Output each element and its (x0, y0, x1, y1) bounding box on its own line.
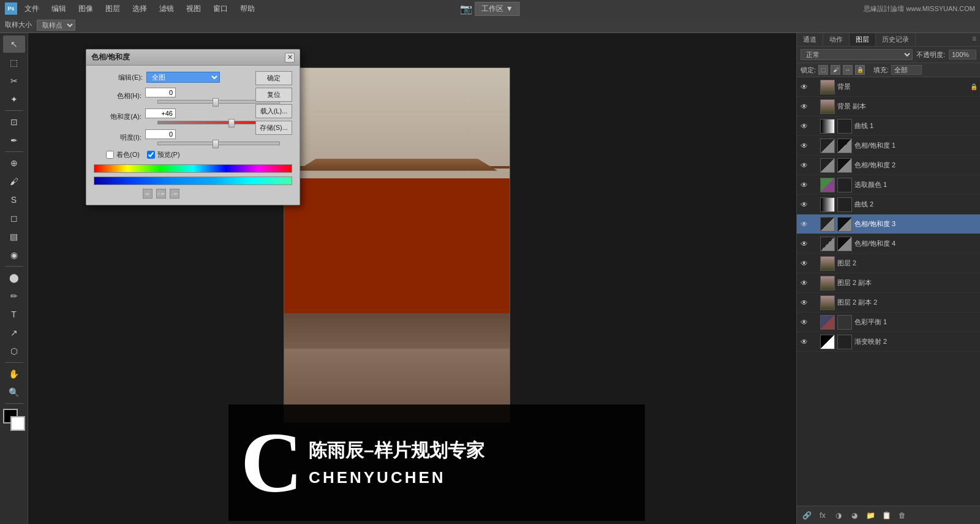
ok-button[interactable]: 确定 (255, 71, 292, 85)
layer-item[interactable]: 👁色彩平衡 1 (797, 313, 980, 332)
menu-edit[interactable]: 编辑 (47, 2, 71, 15)
preview-checkbox[interactable] (147, 151, 155, 159)
brightness-slider-track[interactable] (157, 142, 280, 145)
marquee-tool[interactable]: ⬚ (3, 54, 25, 71)
lock-transparent-btn[interactable]: ⬚ (818, 65, 828, 75)
hand-tool[interactable]: ✋ (3, 365, 25, 382)
layer-mask-btn[interactable]: ◑ (832, 509, 845, 522)
layer-item[interactable]: 👁色相/饱和度 2 (797, 156, 980, 175)
layer-visibility-toggle[interactable]: 👁 (799, 259, 809, 268)
layer-adjustment-btn[interactable]: ◕ (848, 509, 861, 522)
blur-tool[interactable]: ◉ (3, 246, 25, 264)
layer-fx-btn[interactable]: fx (816, 509, 829, 522)
lasso-tool[interactable]: ✂ (3, 72, 25, 89)
color-boxes[interactable] (3, 409, 25, 431)
lock-image-btn[interactable]: 🖌 (831, 65, 840, 75)
layer-visibility-toggle[interactable]: 👁 (799, 180, 809, 190)
brightness-input[interactable] (145, 129, 176, 139)
layer-visibility-toggle[interactable]: 👁 (799, 337, 809, 347)
layer-item[interactable]: 👁背景🔒 (797, 77, 980, 97)
layer-visibility-toggle[interactable]: 👁 (799, 298, 809, 308)
save-button[interactable]: 存储(S)... (255, 121, 292, 135)
menu-layer[interactable]: 图层 (100, 2, 125, 15)
magic-wand-tool[interactable]: ✦ (3, 91, 25, 108)
layer-new-btn[interactable]: 📋 (880, 509, 892, 522)
blend-mode-select[interactable]: 正常 (801, 49, 913, 60)
layer-item[interactable]: 👁图层 2 副本 (797, 273, 980, 293)
eyedropper-tool[interactable]: ✒ (3, 132, 25, 149)
layer-visibility-toggle[interactable]: 👁 (799, 278, 809, 288)
brush-tool[interactable]: 🖌 (3, 173, 25, 190)
heal-tool[interactable]: ⊕ (3, 154, 25, 172)
lock-all-btn[interactable]: 🔒 (855, 65, 865, 75)
layer-visibility-toggle[interactable]: 👁 (799, 102, 809, 112)
layer-item[interactable]: 👁图层 2 (797, 254, 980, 273)
reset-button[interactable]: 复位 (255, 88, 292, 102)
eyedropper-add-btn[interactable]: +✒ (156, 189, 166, 199)
layer-item[interactable]: 👁渐变映射 2 (797, 332, 980, 352)
layer-visibility-toggle[interactable]: 👁 (799, 161, 809, 170)
layer-visibility-toggle[interactable]: 👁 (799, 121, 809, 131)
brightness-slider-thumb[interactable] (213, 140, 219, 148)
workspace-button[interactable]: 工作区 ▼ (475, 2, 519, 16)
hue-input[interactable] (145, 88, 176, 97)
layer-visibility-toggle[interactable]: 👁 (799, 219, 809, 229)
eyedropper-sub-btn[interactable]: -✒ (170, 189, 179, 199)
zoom-tool[interactable]: 🔍 (3, 384, 25, 401)
fill-input[interactable] (891, 65, 922, 75)
path-select-tool[interactable]: ↗ (3, 324, 25, 341)
menu-select[interactable]: 选择 (127, 2, 152, 15)
load-button[interactable]: 载入(L)... (255, 104, 292, 118)
background-color[interactable] (10, 416, 25, 431)
layer-link-btn[interactable]: 🔗 (801, 509, 813, 522)
layer-item[interactable]: 👁色相/饱和度 1 (797, 136, 980, 156)
layer-group-btn[interactable]: 📁 (864, 509, 876, 522)
menu-view[interactable]: 视图 (181, 2, 206, 15)
sat-slider-thumb[interactable] (228, 119, 235, 127)
eraser-tool[interactable]: ◻ (3, 210, 25, 227)
menu-image[interactable]: 图像 (74, 2, 98, 15)
tab-actions[interactable]: 动作 (823, 33, 850, 46)
dialog-titlebar[interactable]: 色相/饱和度 ✕ (86, 50, 300, 66)
hue-slider-thumb[interactable] (213, 98, 219, 107)
crop-tool[interactable]: ⊡ (3, 113, 25, 131)
clone-tool[interactable]: S (3, 191, 25, 208)
tab-channels[interactable]: 通道 (797, 33, 823, 46)
layer-visibility-toggle[interactable]: 👁 (799, 82, 809, 92)
dodge-tool[interactable]: ⬤ (3, 269, 25, 286)
menu-window[interactable]: 窗口 (208, 2, 233, 15)
layer-item[interactable]: 👁选取颜色 1 (797, 175, 980, 195)
lock-position-btn[interactable]: ↔ (843, 65, 853, 75)
shape-tool[interactable]: ⬡ (3, 343, 25, 360)
layer-visibility-toggle[interactable]: 👁 (799, 200, 809, 210)
eyedropper-set-btn[interactable]: ✒ (143, 189, 153, 199)
menu-filter[interactable]: 滤镜 (154, 2, 179, 15)
tab-history[interactable]: 历史记录 (876, 33, 916, 46)
layer-visibility-toggle[interactable]: 👁 (799, 239, 809, 249)
opacity-input[interactable] (949, 50, 976, 59)
layer-item[interactable]: 👁背景 副本 (797, 97, 980, 116)
layer-item[interactable]: 👁曲线 2 (797, 195, 980, 215)
menu-help[interactable]: 帮助 (235, 2, 260, 15)
layer-visibility-toggle[interactable]: 👁 (799, 141, 809, 151)
dialog-close-btn[interactable]: ✕ (285, 53, 295, 63)
panel-expand-btn[interactable]: ≡ (968, 33, 980, 46)
move-tool[interactable]: ↖ (3, 36, 25, 53)
layer-item[interactable]: 👁色相/饱和度 4 (797, 234, 980, 254)
preview-check-item[interactable]: 预览(P) (147, 150, 180, 159)
text-tool[interactable]: T (3, 306, 25, 323)
sat-input[interactable] (145, 108, 176, 118)
tab-layers[interactable]: 图层 (850, 33, 876, 46)
gradient-tool[interactable]: ▤ (3, 228, 25, 245)
layer-item[interactable]: 👁图层 2 副本 2 (797, 293, 980, 313)
colorize-checkbox[interactable] (106, 151, 114, 159)
layer-item[interactable]: 👁曲线 1 (797, 116, 980, 136)
layer-delete-btn[interactable]: 🗑 (896, 509, 908, 522)
edit-select[interactable]: 全图 (146, 72, 220, 83)
colorize-check-item[interactable]: 着色(O) (106, 150, 140, 159)
sample-size-select[interactable]: 取样点 (37, 20, 75, 31)
menu-file[interactable]: 文件 (20, 2, 44, 15)
layer-visibility-toggle[interactable]: 👁 (799, 317, 809, 327)
layer-item[interactable]: 👁色相/饱和度 3 (797, 215, 980, 234)
pen-tool[interactable]: ✏ (3, 287, 25, 305)
